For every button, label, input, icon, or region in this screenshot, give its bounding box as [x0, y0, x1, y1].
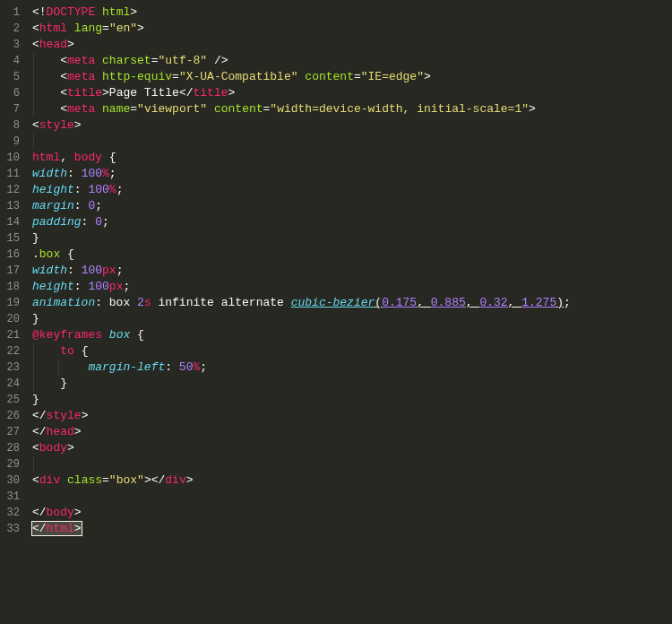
- line-number: 2: [0, 21, 20, 37]
- code-line[interactable]: <head>: [32, 37, 672, 53]
- token: %: [102, 167, 109, 180]
- token: [207, 102, 214, 116]
- token: 0.885: [431, 296, 466, 309]
- token: [95, 5, 102, 19]
- token: "IE=edge": [361, 70, 424, 83]
- token: 0.32: [479, 296, 507, 309]
- token: 100: [88, 280, 108, 293]
- token: <: [32, 38, 39, 51]
- code-line[interactable]: animation: box 2s infinite alternate cub…: [32, 295, 672, 311]
- token: [95, 102, 102, 116]
- token: [32, 70, 60, 83]
- token: : box: [95, 296, 137, 309]
- token: box: [39, 247, 60, 261]
- token: .: [32, 247, 39, 261]
- token: http-equiv: [102, 70, 172, 83]
- line-number: 22: [0, 343, 20, 360]
- token: =: [172, 70, 179, 83]
- token: cubic-bezier: [291, 296, 375, 309]
- token: :: [165, 360, 179, 374]
- token: ></: [144, 473, 165, 487]
- code-line[interactable]: .box {: [32, 247, 672, 263]
- code-line[interactable]: width: 100px;: [32, 263, 672, 279]
- code-line[interactable]: }: [32, 392, 672, 408]
- token: padding: [32, 215, 82, 229]
- code-area[interactable]: <!DOCTYPE html><html lang="en"><head> <m…: [27, 0, 672, 624]
- code-line[interactable]: <meta name="viewport" content="width=dev…: [32, 101, 672, 117]
- code-line[interactable]: <html lang="en">: [32, 21, 672, 37]
- token: ;: [116, 264, 124, 277]
- code-line[interactable]: padding: 0;: [32, 214, 672, 230]
- code-line[interactable]: <meta charset="utf-8" />: [32, 53, 672, 69]
- code-line[interactable]: </head>: [32, 424, 672, 440]
- code-line[interactable]: }: [32, 230, 672, 247]
- code-line[interactable]: </style>: [32, 408, 672, 424]
- token: [102, 328, 109, 342]
- token: =: [130, 102, 137, 116]
- code-line[interactable]: margin: 0;: [32, 198, 672, 214]
- token: }: [32, 393, 39, 406]
- line-number: 12: [0, 182, 20, 198]
- code-line[interactable]: to {: [32, 343, 672, 360]
- line-number: 28: [0, 440, 20, 456]
- token: animation: [32, 296, 95, 309]
- token: html: [102, 5, 130, 19]
- token: px: [109, 280, 124, 293]
- code-line[interactable]: [32, 456, 672, 472]
- line-number: 13: [0, 198, 20, 214]
- code-line[interactable]: height: 100px;: [32, 279, 672, 295]
- code-line[interactable]: html, body {: [32, 150, 672, 166]
- token: >: [67, 441, 74, 455]
- token: "viewport": [137, 102, 207, 116]
- code-line[interactable]: [32, 489, 672, 505]
- token: [32, 86, 60, 100]
- code-line[interactable]: <title>Page Title</title>: [32, 85, 672, 101]
- token: <: [60, 54, 67, 67]
- token: height: [32, 183, 74, 196]
- code-line[interactable]: height: 100%;: [32, 182, 672, 198]
- token: >: [67, 38, 74, 51]
- token: 1.275: [521, 296, 556, 309]
- code-line[interactable]: <div class="box"></div>: [32, 472, 672, 489]
- token: div: [39, 473, 60, 487]
- token: </: [32, 409, 47, 422]
- token: body: [47, 506, 74, 519]
- line-number: 33: [0, 521, 20, 537]
- line-number: 9: [0, 134, 20, 150]
- token: meta: [67, 70, 95, 83]
- token: body: [74, 151, 102, 164]
- code-line[interactable]: @keyframes box {: [32, 327, 672, 343]
- line-number: 26: [0, 408, 20, 424]
- token: =: [102, 22, 109, 35]
- token: name: [102, 102, 130, 116]
- token: DOCTYPE: [47, 5, 96, 19]
- token: >: [74, 522, 82, 535]
- token: width: [32, 167, 67, 180]
- code-line[interactable]: [32, 134, 672, 150]
- token: ): [556, 296, 564, 309]
- line-number: 16: [0, 247, 20, 263]
- token: </: [179, 86, 194, 100]
- code-line[interactable]: margin-left: 50%;: [32, 360, 672, 376]
- code-line[interactable]: <meta http-equiv="X-UA-Compatible" conte…: [32, 69, 672, 85]
- token: ,: [466, 296, 480, 309]
- token: charset: [102, 54, 151, 67]
- code-line[interactable]: <!DOCTYPE html>: [32, 4, 672, 21]
- code-line[interactable]: }: [32, 376, 672, 392]
- token: ;: [116, 183, 124, 196]
- token: </: [32, 522, 47, 535]
- code-line[interactable]: }: [32, 311, 672, 327]
- token: >: [228, 86, 236, 100]
- code-editor[interactable]: 1234567891011121314151617181920212223242…: [0, 0, 672, 624]
- code-line[interactable]: width: 100%;: [32, 166, 672, 182]
- line-number: 8: [0, 117, 20, 134]
- line-number: 19: [0, 295, 20, 311]
- line-number: 27: [0, 424, 20, 440]
- code-line[interactable]: </body>: [32, 505, 672, 521]
- code-line[interactable]: </html>: [32, 521, 672, 537]
- token: <: [32, 441, 39, 455]
- code-line[interactable]: <style>: [32, 117, 672, 134]
- code-line[interactable]: <body>: [32, 440, 672, 456]
- token: :: [82, 215, 96, 229]
- token: :: [67, 167, 82, 180]
